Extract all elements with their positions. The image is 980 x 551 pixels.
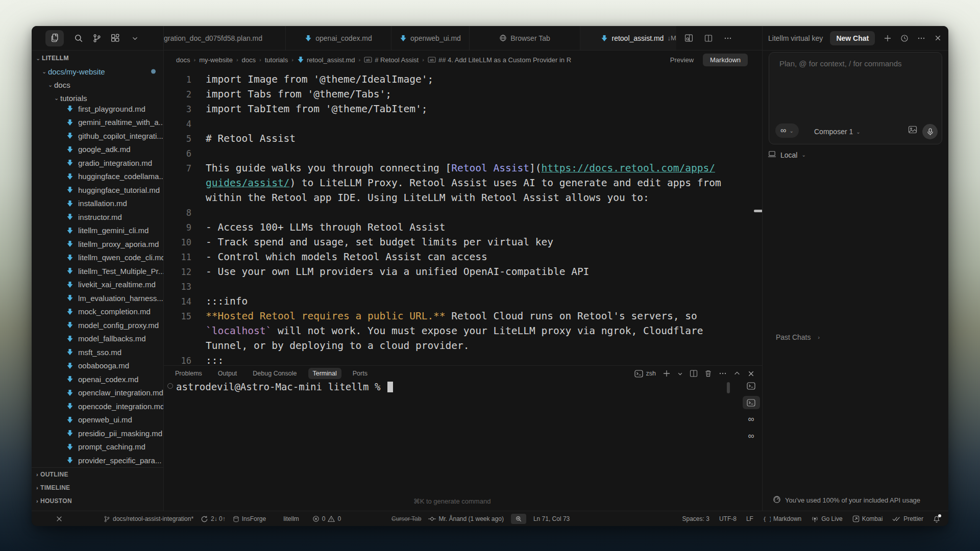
cursor-position[interactable]: Ln 71, Col 73 [533,515,570,522]
split-editor-icon[interactable] [704,34,713,42]
remote-indicator[interactable] [56,515,63,522]
breadcrumb-item[interactable]: docs [176,56,190,64]
activity-extensions-button[interactable] [109,34,121,43]
composer-instance[interactable]: ∞ [743,413,760,426]
insforge[interactable]: InsForge [233,515,266,523]
tree-item-docs-my-website[interactable]: ⌄docs/my-website [32,65,163,78]
terminal-tab-debug-console[interactable]: Debug Console [248,368,301,379]
breadcrumb-item[interactable]: ab# Retool Assist [364,56,419,64]
image-icon[interactable] [908,126,917,136]
code-editor[interactable]: 1import Image from '@theme/IdealImage';2… [164,72,762,368]
git-sync[interactable]: 2↓ 0↑ [201,515,226,523]
breadcrumb-item[interactable]: docs [242,56,256,64]
tab-openai-codex-md[interactable]: openai_codex.md [286,26,391,50]
tab-browser-tab[interactable]: Browser Tab [470,26,580,50]
file-item-huggingface-codellama-[interactable]: huggingface_codellama... [32,170,163,183]
tree-root-litellm[interactable]: ⌄LITELLM [32,52,163,65]
terminal-more-icon[interactable] [719,369,727,378]
file-item-presidio-pii-masking-md[interactable]: presidio_pii_masking.md [32,427,163,440]
breadcrumb-item[interactable]: tutorials [265,56,288,64]
terminal-tab-terminal[interactable]: Terminal [308,368,341,379]
history-icon[interactable] [900,34,909,42]
file-item-huggingface-tutorial-md[interactable]: huggingface_tutorial.md [32,183,163,196]
file-item-openweb-ui-md[interactable]: openweb_ui.md [32,413,163,427]
git-branch[interactable]: docs/retool-assist-integration* [104,515,193,523]
language-mode[interactable]: { }Markdown [763,515,801,522]
open-preview-icon[interactable] [684,34,693,42]
file-item-lm-evaluation-harness-[interactable]: lm_evaluation_harness.... [32,291,163,305]
file-item-litellm-test-multiple-pr-[interactable]: litellm_Test_Multiple_Pr... [32,264,163,278]
kill-terminal-icon[interactable] [704,369,712,378]
terminal-prompt[interactable]: astrodevil@Astro-Mac-mini litellm % [176,380,393,393]
file-item-google-adk-md[interactable]: google_adk.md [32,143,163,156]
close-panel-icon[interactable] [747,370,755,378]
file-item-github-copilot-integrati-[interactable]: github_copilot_integrati... [32,129,163,142]
terminal-tab-output[interactable]: Output [213,368,242,379]
section-outline[interactable]: ›OUTLINE [32,468,163,481]
file-item-litellm-qwen-code-cli-md[interactable]: litellm_qwen_code_cli.md [32,251,163,264]
tab-gration-doc-d075fd58-plan-md[interactable]: gration_doc_d075fd58.plan.md [164,26,286,50]
chat-input[interactable]: Plan, @ for context, / for commands ∞⌄ C… [769,52,942,144]
activity-source-control-button[interactable] [91,34,103,43]
breadcrumb-item[interactable]: my-website [199,56,233,64]
shell-label[interactable]: zsh [634,370,656,378]
section-timeline[interactable]: ›TIMELINE [32,481,163,494]
file-item-livekit-xai-realtime-md[interactable]: livekit_xai_realtime.md [32,278,163,291]
maximize-panel-icon[interactable] [733,370,741,377]
more-actions-icon[interactable] [724,34,732,42]
agent-mode-pill[interactable]: ∞⌄ [775,123,799,138]
file-item-litellm-gemini-cli-md[interactable]: litellm_gemini_cli.md [32,224,163,237]
file-item-first-playground-md[interactable]: first_playground.md [32,105,163,115]
file-item-msft-sso-md[interactable]: msft_sso.md [32,345,163,359]
notifications[interactable] [933,515,940,523]
prettier[interactable]: Prettier [892,515,923,522]
file-item-gemini-realtime-with-a-[interactable]: gemini_realtime_with_a... [32,116,163,129]
errors[interactable]: 00 [312,515,341,522]
file-item-installation-md[interactable]: installation.md [32,197,163,210]
new-terminal-icon[interactable] [663,369,671,378]
composer-selector[interactable]: Composer 1⌄ [814,128,861,136]
markdown-button[interactable]: Markdown [703,54,748,66]
new-chat-button[interactable]: New Chat [830,31,875,45]
file-item-openclaw-integration-md[interactable]: openclaw_integration.md [32,386,163,399]
more-icon[interactable] [917,34,925,42]
terminal-scrollbar[interactable] [727,382,730,393]
file-item-model-config-proxy-md[interactable]: model_config_proxy.md [32,318,163,332]
litellm-status[interactable]: litellm [283,515,299,522]
cursor-tab[interactable]: Cursor Tab [391,515,421,522]
file-item-prompt-caching-md[interactable]: prompt_caching.md [32,440,163,454]
composer-instance[interactable]: ∞ [743,430,760,443]
terminal-dropdown-icon[interactable] [677,371,683,377]
tree-item-tutorials[interactable]: ⌄tutorials [32,91,163,105]
local-selector[interactable]: Local⌄ [768,151,806,159]
kombai[interactable]: Kombai [852,515,883,522]
file-item-instructor-md[interactable]: instructor.md [32,210,163,223]
file-item-litellm-proxy-aporia-md[interactable]: litellm_proxy_aporia.md [32,237,163,251]
file-item-model-fallbacks-md[interactable]: model_fallbacks.md [32,332,163,345]
file-item-opencode-integration-md[interactable]: opencode_integration.md [32,399,163,413]
tab-openweb-ui-md[interactable]: openweb_ui.md [391,26,470,50]
breadcrumb-item[interactable]: retool_assist.md [297,56,355,64]
activity-search-button[interactable] [72,34,85,43]
add-chat-icon[interactable] [884,34,892,42]
terminal-instance[interactable] [743,396,760,409]
tree-item-docs[interactable]: ⌄docs [32,78,163,91]
file-item-provider-specific-para-[interactable]: provider_specific_para... [32,454,163,467]
breadcrumb-item[interactable]: ab## 4. Add LiteLLM as a Custom Provider… [428,56,571,64]
activity-chevron-down-button[interactable] [129,35,141,41]
close-panel-icon[interactable] [934,34,942,42]
terminal-tab-ports[interactable]: Ports [348,368,372,379]
eol[interactable]: LF [746,515,753,522]
warnings[interactable]: 0 [328,515,341,522]
search-toggle[interactable] [511,514,526,524]
terminal-instance[interactable] [743,379,760,392]
microphone-button[interactable] [922,124,938,139]
indentation[interactable]: Spaces: 3 [682,515,709,522]
scrollbar-thumb[interactable] [754,210,762,212]
section-houston[interactable]: ›HOUSTON [32,494,163,508]
tab-retool-assist-md[interactable]: retool_assist.md↓M× [580,26,676,50]
file-item-gradio-integration-md[interactable]: gradio_integration.md [32,156,163,169]
file-item-oobabooga-md[interactable]: oobabooga.md [32,359,163,372]
encoding[interactable]: UTF-8 [719,515,737,522]
preview-button[interactable]: Preview [670,56,694,64]
